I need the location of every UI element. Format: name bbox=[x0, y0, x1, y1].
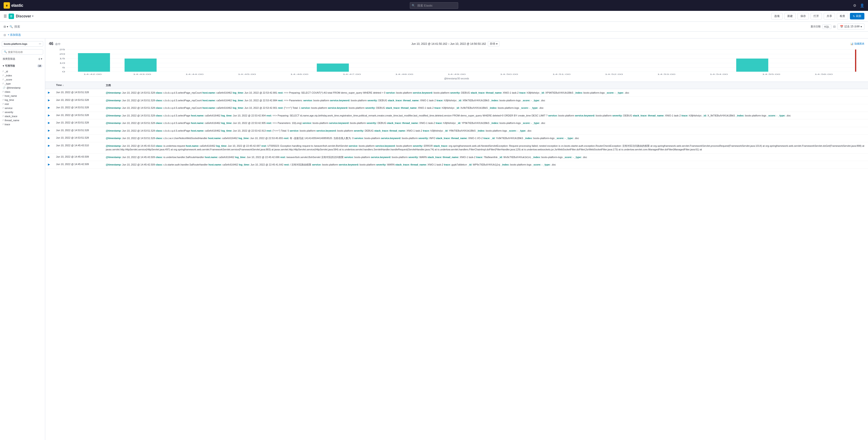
expand-row-10[interactable]: ▶ bbox=[48, 163, 56, 166]
field-item-rest[interactable]: f rest bbox=[2, 102, 43, 106]
table-header: Time ↓ 文档 bbox=[45, 82, 868, 89]
svg-text:14:43:00: 14:43:00 bbox=[133, 73, 151, 75]
index-pattern-name: bootx-platform-logs bbox=[4, 42, 27, 45]
open-button[interactable]: 打开 bbox=[811, 13, 822, 20]
settings-icon[interactable]: ⚙ bbox=[853, 3, 856, 8]
time-cell-9: Jun 10, 2022 @ 14:45:43.509 bbox=[56, 155, 106, 158]
expand-row-1[interactable]: ▶ bbox=[48, 91, 56, 94]
field-item-threadname[interactable]: f thread_name bbox=[2, 118, 43, 122]
histogram-bar-2[interactable] bbox=[125, 59, 157, 72]
table-row[interactable]: ▶ Jun 10, 2022 @ 14:53:51.528 @timestamp… bbox=[45, 119, 868, 127]
table-row[interactable]: ▶ Jun 10, 2022 @ 14:53:51.528 @timestamp… bbox=[45, 89, 868, 97]
add-filter-button[interactable]: + 添加筛选 bbox=[8, 33, 21, 37]
expand-row-5[interactable]: ▶ bbox=[48, 121, 56, 124]
histogram-bar-3[interactable] bbox=[317, 63, 349, 72]
kql-icon: ⊟ bbox=[833, 25, 836, 28]
doc-cell-1: @timestamp: Jun 10, 2022 @ 14:53:51.528 … bbox=[106, 91, 865, 95]
table-row[interactable]: ▶ Jun 10, 2022 @ 14:45:42.509 @timestamp… bbox=[45, 161, 868, 169]
field-item-index[interactable]: f _index bbox=[2, 74, 43, 78]
field-item-logtime[interactable]: f log_time bbox=[2, 98, 43, 102]
doc-cell-8: @timestamp: Jun 10, 2022 @ 14:45:43.510 … bbox=[106, 144, 865, 151]
svg-text:14:51:00: 14:51:00 bbox=[553, 73, 571, 75]
field-search-icon: 🔍 bbox=[4, 51, 7, 53]
field-item-severity[interactable]: f severity bbox=[2, 110, 43, 114]
save-button[interactable]: 保存 bbox=[798, 13, 809, 20]
histogram-bar-4[interactable] bbox=[736, 59, 768, 72]
time-cell-3: Jun 10, 2022 @ 14:53:51.528 bbox=[56, 106, 106, 109]
sidebar: bootx-platform-logs ··· 🔍 按类型筛选 0 ▾ ▾ 可用… bbox=[0, 38, 45, 440]
expand-row-4[interactable]: ▶ bbox=[48, 114, 56, 117]
table-row[interactable]: ▶ Jun 10, 2022 @ 14:53:51.528 @timestamp… bbox=[45, 112, 868, 120]
time-range-display: Jun 10, 2022 @ 14:41:50.162 – Jun 10, 20… bbox=[411, 41, 500, 46]
new-button[interactable]: 新建 bbox=[784, 13, 796, 20]
search-type-label: ▾ bbox=[7, 25, 8, 28]
expand-row-9[interactable]: ▶ bbox=[48, 155, 56, 158]
table-row[interactable]: ▶ Jun 10, 2022 @ 14:53:51.528 @timestamp… bbox=[45, 135, 868, 142]
main-layout: bootx-platform-logs ··· 🔍 按类型筛选 0 ▾ ▾ 可用… bbox=[0, 38, 868, 440]
hide-chart-button[interactable]: 📊 隐藏图表 bbox=[850, 42, 864, 46]
field-item-class[interactable]: f class bbox=[2, 90, 43, 94]
share-button[interactable]: 共享 bbox=[824, 13, 835, 20]
field-item-timestamp[interactable]: 🕐 @timestamp bbox=[2, 86, 43, 90]
table-row[interactable]: ▶ Jun 10, 2022 @ 14:53:51.528 @timestamp… bbox=[45, 104, 868, 112]
table-row[interactable]: ▶ Jun 10, 2022 @ 14:53:51.528 @timestamp… bbox=[45, 127, 868, 135]
index-pattern-selector[interactable]: bootx-platform-logs ··· bbox=[2, 41, 43, 47]
field-item-hostname[interactable]: f host_name bbox=[2, 94, 43, 98]
field-item-score[interactable]: f _score bbox=[2, 78, 43, 82]
elastic-logo-icon: e bbox=[4, 2, 10, 8]
chevron-down-icon: ▾ bbox=[3, 64, 4, 67]
global-search: 🔍 bbox=[410, 2, 458, 9]
histogram-header: 46 命中 Jun 10, 2022 @ 14:41:50.162 – Jun … bbox=[45, 38, 868, 47]
menu-icon[interactable]: ☰ bbox=[4, 14, 7, 18]
field-name-stacktrace: stack_trace bbox=[5, 115, 18, 118]
available-fields-count: 14 bbox=[37, 64, 42, 67]
expand-row-8[interactable]: ▶ bbox=[48, 144, 56, 147]
field-name-trace: trace bbox=[5, 123, 10, 126]
expand-row-7[interactable]: ▶ bbox=[48, 136, 56, 140]
expand-row-3[interactable]: ▶ bbox=[48, 106, 56, 109]
inspect-button[interactable]: 检查 bbox=[837, 13, 848, 20]
svg-text:0: 0 bbox=[62, 70, 65, 73]
global-search-input[interactable] bbox=[410, 2, 458, 9]
field-name-timestamp: @timestamp bbox=[6, 86, 21, 89]
auto-selector[interactable]: 自动 ▾ bbox=[488, 41, 500, 46]
filter-type-count: 0 bbox=[39, 58, 40, 60]
expand-row-2[interactable]: ▶ bbox=[48, 98, 56, 102]
field-name-index: _index bbox=[5, 74, 12, 77]
table-row[interactable]: ▶ Jun 10, 2022 @ 14:45:43.510 @timestamp… bbox=[45, 142, 868, 153]
field-item-type[interactable]: f _type bbox=[2, 82, 43, 86]
field-item-id[interactable]: f _id bbox=[2, 69, 43, 74]
field-name-score: _score bbox=[5, 78, 12, 81]
doc-cell-10: @timestamp: Jun 10, 2022 @ 14:45:42.509 … bbox=[106, 163, 865, 167]
show-date-button[interactable]: 显示日期 bbox=[811, 25, 820, 28]
elastic-logo-text: elastic bbox=[11, 3, 23, 8]
content-area: 46 命中 Jun 10, 2022 @ 14:41:50.162 – Jun … bbox=[45, 38, 868, 440]
field-name-type: _type bbox=[5, 82, 11, 85]
field-item-trace[interactable]: f trace bbox=[2, 122, 43, 126]
histogram-bar-1[interactable] bbox=[78, 53, 110, 72]
index-pattern-more-icon[interactable]: ··· bbox=[39, 42, 41, 46]
kql-badge[interactable]: KQL bbox=[822, 24, 831, 29]
time-cell-2: Jun 10, 2022 @ 14:53:51.528 bbox=[56, 98, 106, 101]
svg-text:14:49:00: 14:49:00 bbox=[447, 73, 466, 75]
select-button[interactable]: 选项 bbox=[771, 13, 782, 20]
field-search: 🔍 bbox=[2, 49, 43, 55]
table-row[interactable]: ▶ Jun 10, 2022 @ 14:45:43.509 @timestamp… bbox=[45, 153, 868, 161]
app-title-chevron[interactable]: ▾ bbox=[32, 15, 33, 18]
expand-row-6[interactable]: ▶ bbox=[48, 129, 56, 132]
time-selector[interactable]: 📅 过去 15 分钟 ▾ bbox=[837, 24, 864, 30]
app-logo-badge: D bbox=[8, 13, 14, 19]
refresh-button[interactable]: ↻ 刷新 bbox=[850, 13, 864, 20]
field-item-stacktrace[interactable]: f stack_trace bbox=[2, 114, 43, 118]
user-icon[interactable]: 👤 bbox=[860, 3, 864, 8]
header-time[interactable]: Time ↓ bbox=[56, 84, 106, 87]
histogram-container: 25 20 15 10 5 0 bbox=[45, 47, 868, 82]
auto-label: 自动 bbox=[490, 42, 495, 46]
doc-cell-3: @timestamp: Jun 10, 2022 @ 14:53:51.528 … bbox=[106, 106, 865, 110]
field-search-input[interactable] bbox=[8, 51, 41, 53]
field-name-logtime: log_time bbox=[5, 98, 14, 101]
field-item-service[interactable]: f service bbox=[2, 106, 43, 110]
app-header: ☰ D Discover ▾ 选项 新建 保存 打开 共享 检查 ↻ 刷新 bbox=[0, 11, 868, 22]
table-row[interactable]: ▶ Jun 10, 2022 @ 14:53:51.528 @timestamp… bbox=[45, 97, 868, 105]
available-fields-header: ▾ 可用字段 14 bbox=[2, 63, 43, 68]
